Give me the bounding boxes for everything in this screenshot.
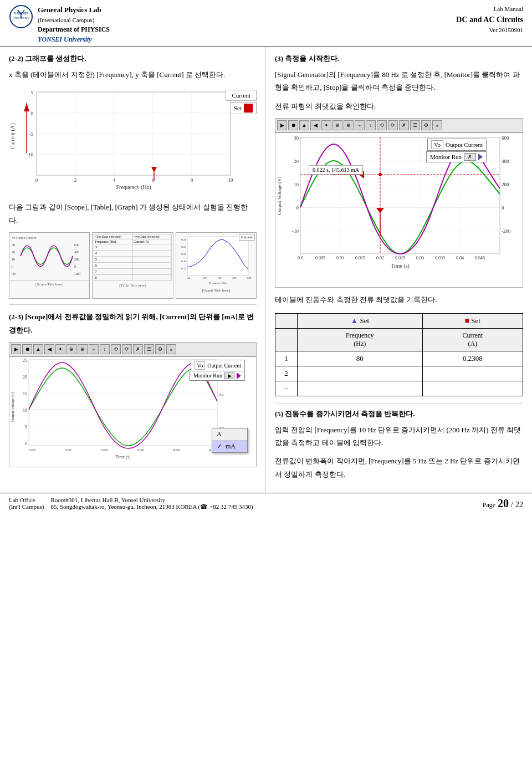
table-set-header-row: ▲ Set ■ Set [275,313,523,328]
data-measurement-table: ▲ Set ■ Set Frequency(Hz) Current(A) 1 8… [275,313,523,396]
svg-text:Current (A): Current (A) [9,124,16,150]
header-right: Lab Manual DC and AC Circuits Ver.201509… [456,4,523,34]
frequency-graph-container: 5 0 -5 -10 0 2 4 6 8 10 Frequency (Hz) C… [9,86,257,197]
toolbar-btn-10[interactable]: ⟲ [111,344,121,354]
footer-address: Room#301, Libertas Hall B, Yonsei Univer… [50,497,253,510]
table-header-row: <No Data Selected> <No Data Selected> [94,234,171,239]
tb-large-9[interactable]: ↕ [366,120,376,130]
address-line2: 85, Songdogwahak-ro, Yeonsu-gu, Incheon,… [50,503,253,510]
toolbar-btn-15[interactable]: » [166,344,176,354]
tb-large-13[interactable]: ☰ [410,120,420,130]
monitor-triangle-large [478,154,483,160]
svg-text:0.24: 0.24 [181,246,186,248]
unit-option-a[interactable]: A [212,428,247,441]
toolbar-btn-2[interactable]: ⏺ [22,344,32,354]
tb-large-1[interactable]: ▶ [277,120,287,130]
svg-text:0.06: 0.06 [137,448,144,452]
svg-text:5: 5 [31,90,34,95]
tb-large-3[interactable]: ▲ [299,120,309,130]
svg-text:30: 30 [294,135,299,141]
svg-text:200: 200 [502,182,509,187]
svg-text:-5: -5 [29,131,34,137]
table-num-col [275,328,298,351]
toolbar-btn-5[interactable]: ✦ [55,344,65,354]
tb-large-15[interactable]: » [432,120,442,130]
page-footer: Lab Office (Int'l Campus) Room#301, Libe… [0,493,532,514]
toolbar-btn-8[interactable]: + [89,344,99,354]
table-row-2: 2 [275,366,523,381]
svg-text:0: 0 [74,265,76,268]
no-data-col1: <No Data Selected> [94,234,133,239]
section-3-heading: (3) 측정을 시작한다. [275,54,523,64]
tb-large-10[interactable]: ⟲ [377,120,387,130]
svg-text:0.015: 0.015 [355,256,365,261]
table-col-header-row: Frequency(Hz) Current(A) [275,328,523,351]
lab-office-label: Lab Office (Int'l Campus) [9,497,44,510]
output-current-text-large: Output Current [446,141,483,148]
svg-text:Vo  Output Current: Vo Output Current [12,236,37,239]
svg-text:-200: -200 [74,272,80,275]
toolbar-btn-3[interactable]: ▲ [33,344,43,354]
monitor-run-label-small: Monitor Run [193,372,222,379]
svg-text:200: 200 [232,277,237,279]
toolbar-btn-6[interactable]: ⊕ [66,344,76,354]
svg-text:Output Voltage (V): Output Voltage (V) [277,177,282,215]
page-label: Page [483,501,495,509]
unit-option-ma[interactable]: ✓ mA [212,441,247,452]
svg-text:-10: -10 [27,152,33,157]
toolbar-btn-9[interactable]: ↕ [100,344,110,354]
toolbar-btn-7[interactable]: ⊕ [78,344,88,354]
monitor-run-btn-large[interactable]: ✗ [464,153,476,161]
table-row-4: 4 [94,251,171,257]
section-5-para1: 입력 전압의 [Frequency]를 10 Hz 단위로 증가시키면서 (20… [275,423,523,450]
small-graph-svg: 0.28 0.24 0.20 0.16 0.12 40 120 160 200 … [177,234,255,284]
section-3-para2: 전류 파형의 최댓값을 확인한다. [275,100,523,113]
tb-large-12[interactable]: ✗ [399,120,409,130]
svg-text:400: 400 [502,159,509,164]
freq-header: Frequency(Hz) [298,328,423,351]
svg-text:30: 30 [12,243,15,247]
page-content: (2-2) 그래프를 생성한다. x 축을 (테이블에서 지정한) [Frequ… [0,47,532,493]
toolbar-btn-1[interactable]: ▶ [11,344,21,354]
tb-large-5[interactable]: ✦ [321,120,331,130]
page-separator: / [511,501,513,509]
header-institution: General Physics Lab (International Campu… [38,4,110,44]
svg-text:600: 600 [74,243,79,247]
toolbar-btn-4[interactable]: ◀ [44,344,54,354]
toolbar-btn-13[interactable]: ☰ [144,344,154,354]
svg-text:8: 8 [191,177,193,183]
toolbar-btn-14[interactable]: ⚙ [155,344,165,354]
toolbar-btn-12[interactable]: ✗ [133,344,143,354]
svg-text:160: 160 [217,277,222,279]
campus-note: (Int'l Campus) [9,503,44,510]
row2-freq [298,366,423,381]
table-panel-small: <No Data Selected> <No Data Selected> Fr… [92,232,173,299]
tb-large-14[interactable]: ⚙ [421,120,431,130]
lab-office-title: Lab Office [9,497,35,503]
row-dots-num: - [275,381,298,396]
table-num-header [275,313,298,328]
tb-large-4[interactable]: ◀ [310,120,320,130]
yonsei-logo: YONSEI UNIVERSITY [9,4,33,29]
tb-large-7[interactable]: ⊕ [344,120,354,130]
monitor-run-btn[interactable]: ▶ [224,372,234,379]
tb-large-2[interactable]: ⏺ [288,120,298,130]
tb-large-6[interactable]: ⊕ [332,120,342,130]
tb-large-11[interactable]: ⟳ [388,120,398,130]
row-dots-current [422,381,523,396]
svg-text:0.045: 0.045 [475,256,485,261]
svg-text:280: 280 [247,277,252,279]
svg-text:2: 2 [74,177,77,183]
svg-text:0.20: 0.20 [181,253,186,256]
vo-label-large: Vo [431,140,443,149]
svg-text:Frequency (Hz): Frequency (Hz) [116,184,151,191]
tb-large-8[interactable]: + [355,120,365,130]
set-label: Set [234,105,242,111]
scope-title: [Scope Title here] [9,281,89,288]
page-number-container: Page 20 / 22 [483,497,523,510]
toolbar-btn-11[interactable]: ⟳ [122,344,132,354]
section-2-2-para2: 다음 그림과 같이 [Scope], [Table], [Graph] 가 생성… [9,201,257,227]
svg-text:0.03: 0.03 [416,256,424,261]
unit-dropdown[interactable]: A ✓ mA [212,428,248,453]
table-row-7: 7 [94,269,171,275]
